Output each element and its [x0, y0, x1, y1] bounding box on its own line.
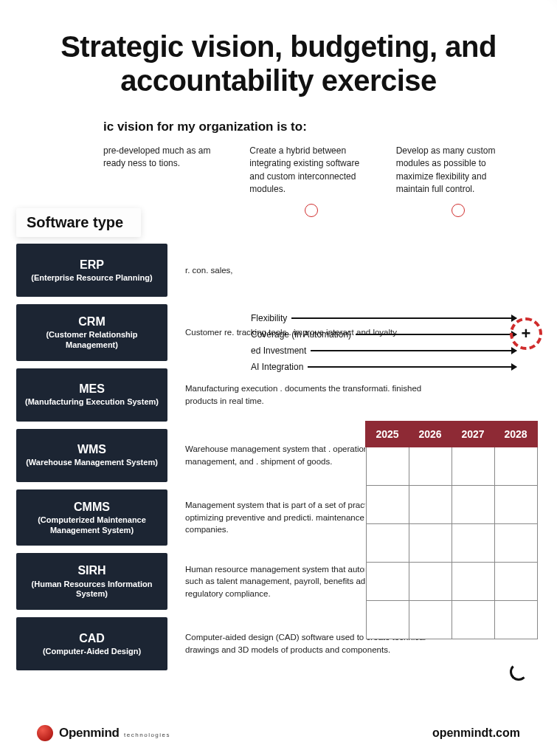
- software-desc: Customer re. tracking tools . improve in…: [167, 304, 452, 361]
- software-card-cmms: CMMS (Computerized Maintenance Managemen…: [16, 489, 167, 546]
- option-1: pre-developed much as am ready ness to t…: [103, 145, 227, 196]
- table-row: MES (Manufacturing Execution System) Man…: [16, 368, 452, 422]
- option-radios: [103, 204, 520, 217]
- logo-icon: [37, 725, 53, 741]
- year-header: 2028: [494, 422, 537, 447]
- software-desc: r. con. sales,: [167, 244, 452, 297]
- option-3: Develop as many custom modules as possib…: [396, 145, 520, 196]
- radio-option-3[interactable]: [452, 204, 465, 217]
- software-desc: Manufacturing execution . documents the …: [167, 368, 452, 422]
- software-card-wms: WMS (Warehouse Management System): [16, 429, 167, 482]
- table-row: ERP (Enterprise Resource Planning) r. co…: [16, 244, 452, 297]
- software-card-erp: ERP (Enterprise Resource Planning): [16, 244, 167, 297]
- year-header: 2025: [366, 422, 409, 447]
- year-header: 2026: [409, 422, 452, 447]
- vision-options: pre-developed much as am ready ness to t…: [103, 145, 520, 196]
- page-title: Strategic vision, budgeting, and account…: [37, 30, 520, 97]
- radio-option-2[interactable]: [305, 204, 318, 217]
- plus-badge-icon: +: [510, 317, 542, 350]
- loading-arc-icon: [510, 663, 527, 681]
- table-row: CRM (Customer Relationship Management) C…: [16, 304, 452, 361]
- footer: Openmind technologies openmindt.com: [0, 725, 557, 741]
- website-url: openmindt.com: [432, 726, 520, 740]
- option-2: Create a hybrid between integrating exis…: [249, 145, 373, 196]
- brand-logo: Openmind technologies: [37, 725, 170, 741]
- software-card-cad: CAD (Computer-Aided Design): [16, 617, 167, 670]
- year-planning-table: 2025 2026 2027 2028: [365, 421, 538, 639]
- year-header: 2027: [452, 422, 494, 447]
- software-type-heading: Software type: [16, 208, 141, 237]
- vision-prompt: ic vision for my organization is to:: [103, 120, 520, 134]
- software-card-crm: CRM (Customer Relationship Management): [16, 304, 167, 361]
- software-card-mes: MES (Manufacturing Execution System): [16, 368, 167, 422]
- software-card-sirh: SIRH (Human Resources Information System…: [16, 553, 167, 610]
